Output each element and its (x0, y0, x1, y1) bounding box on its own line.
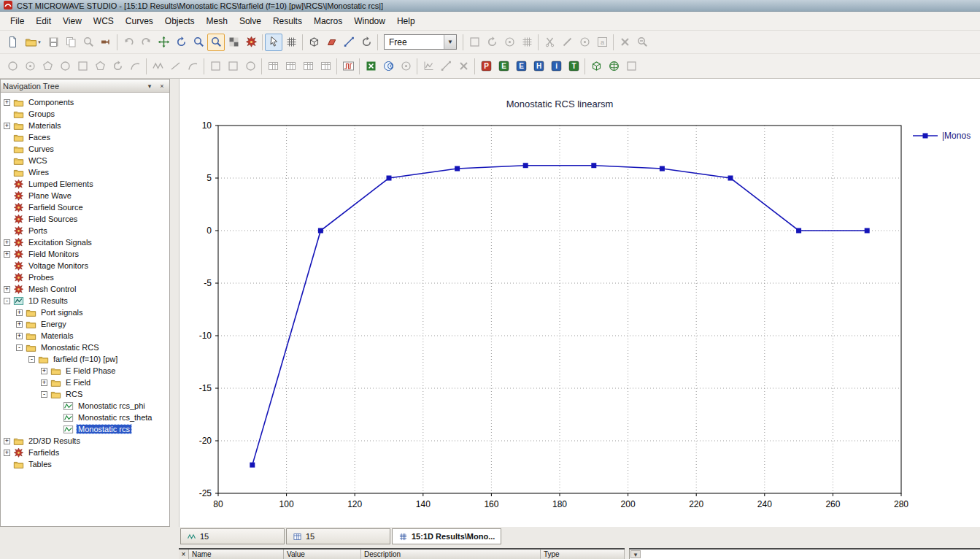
column-header-name[interactable]: Name (189, 550, 284, 559)
farfield-monitor-button[interactable]: P (477, 58, 495, 75)
tree-item-mesh-control[interactable]: +Mesh Control (1, 283, 169, 295)
collapse-icon[interactable]: - (28, 356, 35, 363)
new-file-button[interactable] (4, 34, 21, 51)
column-header-type[interactable]: Type (541, 550, 625, 559)
tree-item-excitation-signals[interactable]: +Excitation Signals (1, 236, 169, 248)
tree-item-tables[interactable]: Tables (1, 458, 169, 470)
tree-item-groups[interactable]: Groups (1, 108, 169, 120)
menu-results[interactable]: Results (267, 13, 308, 29)
menu-macros[interactable]: Macros (308, 13, 348, 29)
tree-item-rcs[interactable]: -RCS (1, 388, 169, 400)
mesh-view-button[interactable] (587, 58, 605, 75)
boolean-add-button[interactable] (207, 58, 224, 75)
expand-icon[interactable]: + (4, 286, 10, 293)
wcs-origin-button[interactable] (501, 34, 518, 51)
wcs-rotate-button[interactable] (483, 34, 501, 51)
column-header-value[interactable]: Value (284, 550, 361, 559)
expand-icon[interactable]: + (41, 368, 47, 374)
tree-item-lumped-elements[interactable]: Lumped Elements (1, 178, 169, 190)
save-button[interactable] (45, 34, 62, 51)
close-icon[interactable]: × (157, 81, 167, 90)
wireframe-button[interactable] (305, 34, 323, 51)
expand-icon[interactable]: + (16, 333, 23, 339)
tree-item-field-monitors[interactable]: +Field Monitors (1, 248, 169, 260)
shell-button[interactable] (242, 58, 259, 75)
local-mesh-properties-button[interactable] (622, 58, 640, 75)
hfield-monitor-button[interactable]: E (512, 58, 530, 75)
menu-help[interactable]: Help (391, 13, 421, 29)
tree-item-monostatic-rcs-theta[interactable]: Monostatic rcs_theta (1, 412, 169, 423)
tree-item-2d-3d-results[interactable]: +2D/3D Results (1, 435, 169, 447)
menu-file[interactable]: File (4, 13, 30, 29)
efield-monitor-button[interactable]: E (495, 58, 512, 75)
collapse-icon[interactable]: - (4, 298, 10, 304)
tree-item-e-field-phase[interactable]: +E Field Phase (1, 365, 169, 377)
tree-item-voltage-monitors[interactable]: Voltage Monitors (1, 260, 169, 271)
tree-item-plane-wave[interactable]: Plane Wave (1, 190, 169, 201)
column-header-description[interactable]: Description (361, 550, 541, 559)
wcs-plane-button[interactable] (518, 34, 536, 51)
snap-point-button[interactable] (576, 34, 593, 51)
menu-objects[interactable]: Objects (159, 13, 201, 29)
import-export-button[interactable] (97, 34, 115, 51)
chevron-down-icon[interactable]: ▾ (144, 81, 155, 90)
tree-item-materials[interactable]: +Materials (1, 120, 169, 131)
zoom-out-button[interactable] (633, 34, 651, 51)
pick-face-button[interactable] (323, 34, 340, 51)
menu-window[interactable]: Window (348, 13, 391, 29)
slice-button[interactable] (558, 34, 576, 51)
pick-point-button[interactable] (265, 34, 282, 51)
tree-item-faces[interactable]: Faces (1, 131, 169, 143)
transform-button[interactable] (358, 34, 375, 51)
expand-icon[interactable]: + (16, 309, 23, 316)
open-file-button[interactable]: ▾ (21, 34, 45, 51)
history-list-button[interactable] (264, 58, 282, 75)
close-parameter-list-button[interactable]: × (179, 550, 189, 559)
redo-button[interactable] (137, 34, 155, 51)
bottom-tab-2[interactable]: 15 (286, 528, 390, 544)
global-mesh-properties-button[interactable] (605, 58, 622, 75)
tree-item-farfield-source[interactable]: Farfield Source (1, 201, 169, 213)
tree-item-probes[interactable]: Probes (1, 271, 169, 283)
field-probe-button[interactable] (420, 58, 437, 75)
expand-icon[interactable]: + (4, 99, 10, 106)
tree-item-monostatic-rcs-phi[interactable]: Monostatic rcs_phi (1, 400, 169, 412)
tree-item-monostatic-rcs[interactable]: Monostatic rcs (1, 423, 169, 435)
voltage-monitor-button[interactable] (437, 58, 455, 75)
view-options-button[interactable] (242, 34, 260, 51)
torus-tool-button[interactable] (21, 58, 39, 75)
bottom-tab-1[interactable]: 15 (180, 528, 285, 544)
tree-item-curves[interactable]: Curves (1, 143, 169, 155)
pan-view-button[interactable] (155, 34, 172, 51)
polygon-curve-button[interactable] (166, 58, 184, 75)
expand-icon[interactable]: + (16, 321, 23, 328)
menu-mesh[interactable]: Mesh (201, 13, 234, 29)
expand-icon[interactable]: + (4, 239, 10, 246)
cylinder-tool-button[interactable] (56, 58, 74, 75)
reset-view-button[interactable] (225, 34, 242, 51)
expand-icon[interactable]: + (4, 450, 10, 456)
menu-wcs[interactable]: WCS (88, 13, 120, 29)
edit-properties-button[interactable] (299, 58, 317, 75)
cone-tool-button[interactable] (39, 58, 56, 75)
excitation-signal-button[interactable] (339, 58, 357, 75)
tree-item-port-signals[interactable]: +Port signals (1, 307, 169, 318)
energy-monitor-button[interactable]: T (565, 58, 582, 75)
menu-curves[interactable]: Curves (120, 13, 159, 29)
tree-item-field-sources[interactable]: Field Sources (1, 213, 169, 225)
menu-view[interactable]: View (57, 13, 88, 29)
align-wcs-button[interactable] (466, 34, 483, 51)
calculator-button[interactable] (317, 58, 334, 75)
tree-item-e-field[interactable]: +E Field (1, 377, 169, 388)
boolean-subtract-button[interactable] (224, 58, 242, 75)
copy-button[interactable] (62, 34, 80, 51)
cut-button[interactable] (541, 34, 558, 51)
tree-item-1d-results[interactable]: -1D Results (1, 295, 169, 307)
tree-item-farfields[interactable]: +Farfields (1, 447, 169, 458)
bottom-tab-3[interactable]: 15:1D Results\Mono... (392, 528, 501, 544)
tree-item-materials[interactable]: +Materials (1, 330, 169, 342)
zoom-in-button[interactable] (190, 34, 207, 51)
undo-button[interactable] (120, 34, 137, 51)
pick-edge-button[interactable] (340, 34, 358, 51)
print-preview-button[interactable] (80, 34, 97, 51)
